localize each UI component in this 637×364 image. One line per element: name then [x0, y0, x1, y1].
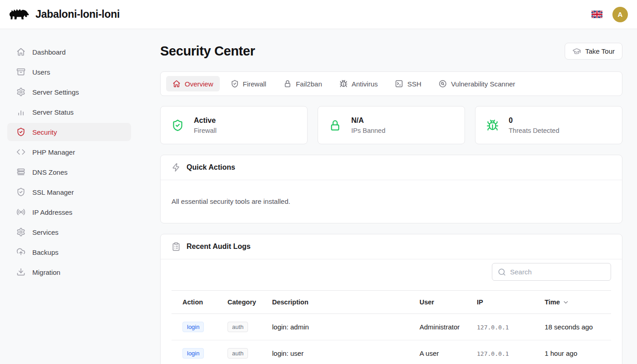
scan-search-icon — [439, 80, 447, 88]
bar-chart-icon — [16, 107, 25, 116]
sidebar-item-label: Migration — [32, 268, 61, 276]
sidebar: Dashboard Users Server Settings Server S… — [0, 29, 138, 364]
sidebar-item-label: Security — [32, 128, 57, 136]
quick-actions-title: Quick Actions — [187, 163, 235, 172]
sidebar-item-services[interactable]: Services — [7, 223, 131, 241]
home-icon — [172, 80, 181, 88]
quick-actions-message: All essential security tools are install… — [172, 191, 611, 212]
app-title: Jabaloni-loni-loni — [35, 8, 120, 20]
table-row: login auth login: admin Administrator 12… — [172, 314, 611, 340]
gear-icon — [16, 87, 25, 96]
audit-table: Action Category Description User IP Time — [172, 290, 611, 364]
home-icon — [16, 47, 25, 56]
action-badge[interactable]: login — [182, 322, 204, 332]
stat-label: IPs Banned — [351, 127, 385, 134]
sort-by-time[interactable]: Time — [545, 298, 569, 306]
category-badge: auth — [228, 322, 248, 332]
column-header-description: Description — [267, 291, 414, 314]
shield-check-icon — [16, 127, 25, 136]
tab-fail2ban[interactable]: Fail2ban — [277, 76, 329, 91]
stat-card-threats: 0 Threats Detected — [475, 106, 622, 144]
log-time: 18 seconds ago — [539, 314, 611, 340]
code-icon — [16, 147, 25, 157]
chevron-down-icon — [562, 299, 569, 306]
sidebar-item-server-status[interactable]: Server Status — [7, 103, 131, 121]
sidebar-item-ip-addresses[interactable]: IP Addresses — [7, 203, 131, 221]
sidebar-item-label: DNS Zones — [32, 168, 68, 176]
archive-icon — [16, 67, 25, 76]
sidebar-item-security[interactable]: Security — [7, 123, 131, 141]
sidebar-item-label: Services — [32, 228, 59, 236]
tab-overview[interactable]: Overview — [166, 76, 220, 91]
column-header-action: Action — [172, 291, 222, 314]
gear-icon — [16, 228, 25, 237]
sidebar-item-label: SSL Manager — [32, 188, 74, 196]
stat-card-ips-banned: N/A IPs Banned — [318, 106, 465, 144]
sidebar-item-label: Server Status — [32, 108, 74, 116]
sidebar-item-php-manager[interactable]: PHP Manager — [7, 143, 131, 161]
tab-label: SSH — [407, 80, 421, 88]
sidebar-item-label: PHP Manager — [32, 148, 75, 156]
user-avatar[interactable]: A — [612, 7, 628, 22]
tab-label: Fail2ban — [296, 80, 322, 88]
shield-check-icon — [172, 119, 184, 131]
sidebar-item-dashboard[interactable]: Dashboard — [7, 43, 131, 61]
quick-actions-card: Quick Actions All essential security too… — [160, 155, 622, 223]
tab-label: Overview — [185, 80, 213, 88]
shield-check-icon — [231, 80, 239, 88]
sidebar-item-ssl-manager[interactable]: SSL Manager — [7, 183, 131, 201]
page-title: Security Center — [160, 44, 255, 59]
category-badge: auth — [228, 348, 248, 359]
search-icon — [498, 268, 506, 276]
sidebar-item-label: Backups — [32, 248, 59, 256]
stat-cards: Active Firewall N/A IPs Banned 0 Threats… — [160, 106, 622, 144]
brand[interactable]: Jabaloni-loni-loni — [7, 6, 120, 23]
log-ip: 127.0.0.1 — [477, 350, 509, 357]
download-icon — [16, 268, 25, 277]
take-tour-label: Take Tour — [585, 47, 615, 55]
stat-value: N/A — [351, 116, 385, 125]
sidebar-item-users[interactable]: Users — [7, 63, 131, 81]
tab-label: Vulnerability Scanner — [451, 80, 515, 88]
security-tabs: Overview Firewall Fail2ban Antivirus SSH… — [160, 71, 622, 96]
tab-antivirus[interactable]: Antivirus — [333, 76, 384, 91]
column-header-category: Category — [222, 291, 267, 314]
sidebar-item-migration[interactable]: Migration — [7, 263, 131, 281]
zap-icon — [172, 163, 181, 172]
sidebar-item-server-settings[interactable]: Server Settings — [7, 83, 131, 101]
lock-icon — [329, 119, 341, 131]
action-badge[interactable]: login — [182, 348, 204, 359]
take-tour-button[interactable]: Take Tour — [565, 43, 622, 60]
column-header-time: Time — [539, 291, 611, 314]
log-description: login: user — [267, 340, 414, 364]
search-input[interactable] — [510, 268, 605, 276]
terminal-icon — [395, 80, 403, 88]
audit-logs-title: Recent Audit Logs — [187, 243, 251, 251]
stat-card-firewall: Active Firewall — [160, 106, 308, 144]
bug-icon — [486, 119, 499, 131]
stat-value: Active — [194, 116, 217, 125]
tab-vulnerability-scanner[interactable]: Vulnerability Scanner — [432, 76, 521, 91]
sidebar-item-dns-zones[interactable]: DNS Zones — [7, 163, 131, 181]
stat-value: 0 — [509, 116, 559, 125]
sidebar-item-backups[interactable]: Backups — [7, 243, 131, 261]
lock-icon — [283, 80, 292, 88]
graduation-cap-icon — [572, 47, 581, 56]
main-content: Security Center Take Tour Overview Firew… — [138, 29, 637, 364]
language-flag-icon[interactable] — [592, 10, 602, 18]
tab-ssh[interactable]: SSH — [389, 76, 428, 91]
clipboard-icon — [172, 242, 181, 251]
tab-firewall[interactable]: Firewall — [224, 76, 273, 91]
top-header: Jabaloni-loni-loni A — [0, 0, 637, 29]
boar-logo-icon — [7, 6, 29, 23]
audit-logs-card: Recent Audit Logs Action Category Descri… — [160, 234, 622, 364]
sidebar-item-label: Users — [32, 68, 50, 76]
bug-icon — [339, 80, 348, 88]
log-user: A user — [414, 340, 471, 364]
table-row: login auth login: user A user 127.0.0.1 … — [172, 340, 611, 364]
server-icon — [16, 167, 25, 177]
log-user: Administrator — [414, 314, 471, 340]
column-header-user: User — [414, 291, 471, 314]
log-description: login: admin — [267, 314, 414, 340]
sidebar-item-label: Server Settings — [32, 88, 79, 96]
